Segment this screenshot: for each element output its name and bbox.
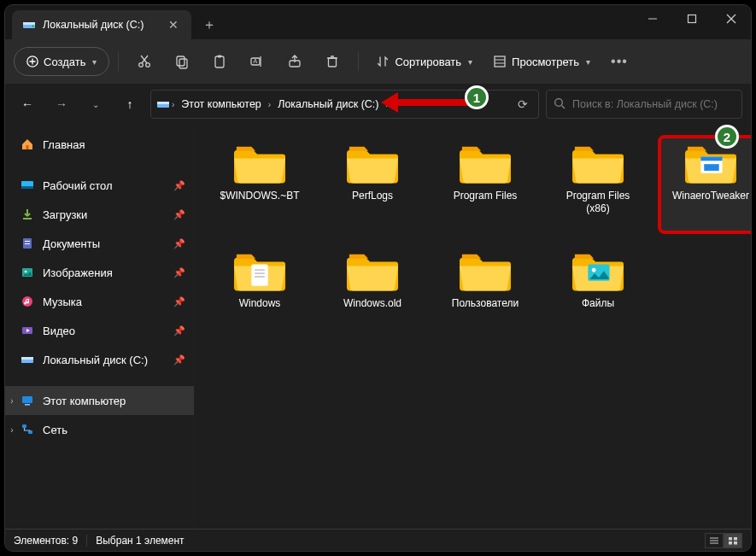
folder-item[interactable]: Windows.old xyxy=(321,244,424,340)
cut-button[interactable] xyxy=(127,47,161,76)
pin-icon: 📌 xyxy=(173,325,185,337)
folder-label: Windows.old xyxy=(343,297,401,310)
sidebar-item-label: Видео xyxy=(43,325,75,337)
folder-label: Program Files xyxy=(454,190,518,202)
sidebar-item-desktop[interactable]: Рабочий стол 📌 xyxy=(5,171,194,200)
breadcrumb-segment[interactable]: Локальный диск (C:) xyxy=(273,98,384,110)
breadcrumb-segment[interactable]: Этот компьютер xyxy=(176,98,266,110)
body: Главная Рабочий стол 📌 Загрузки 📌 Докуме… xyxy=(5,125,751,529)
sidebar-this-pc[interactable]: › Этот компьютер xyxy=(5,386,194,415)
svg-line-31 xyxy=(562,105,566,108)
music-icon xyxy=(21,295,34,308)
folder-icon xyxy=(571,142,624,184)
view-icons-button[interactable] xyxy=(724,533,742,548)
sidebar-item-drive-c[interactable]: Локальный диск (C:) 📌 xyxy=(5,345,194,374)
folder-item[interactable]: $WINDOWS.~BT xyxy=(208,137,311,232)
sidebar-network[interactable]: › Сеть xyxy=(5,415,194,444)
svg-rect-14 xyxy=(177,56,185,66)
drive-icon xyxy=(22,18,36,32)
status-count: Элементов: 9 xyxy=(14,535,78,547)
search-box[interactable] xyxy=(546,90,742,119)
pc-icon xyxy=(21,394,34,407)
forward-button[interactable]: → xyxy=(48,91,75,118)
folder-item[interactable]: Windows xyxy=(208,244,311,340)
view-icon xyxy=(493,55,507,68)
maximize-button[interactable] xyxy=(672,5,712,32)
annotation-badge-1: 1 xyxy=(465,85,489,109)
sort-button[interactable]: Сортировать ▾ xyxy=(367,47,481,76)
refresh-button[interactable]: ⟳ xyxy=(513,97,533,111)
folder-item[interactable]: PerfLogs xyxy=(321,137,424,232)
trash-icon xyxy=(325,54,340,69)
svg-rect-64 xyxy=(734,541,737,545)
rename-button[interactable]: A xyxy=(240,47,274,76)
more-button[interactable]: ••• xyxy=(602,47,636,76)
svg-rect-55 xyxy=(255,276,265,278)
delete-button[interactable] xyxy=(315,47,349,76)
content-area[interactable]: 2 $WINDOWS.~BT PerfLogs Program Files Pr… xyxy=(195,125,751,529)
new-tab-button[interactable]: ＋ xyxy=(195,10,224,39)
download-icon xyxy=(21,208,34,221)
sidebar-home[interactable]: Главная xyxy=(5,130,194,159)
folder-item[interactable]: Program Files xyxy=(434,137,536,232)
home-icon xyxy=(21,138,34,151)
folder-item[interactable]: Пользователи xyxy=(434,244,536,340)
back-button[interactable]: ← xyxy=(14,91,41,118)
expand-icon[interactable]: › xyxy=(7,396,17,406)
pin-icon: 📌 xyxy=(173,209,185,220)
titlebar: Локальный диск (C:) ✕ ＋ xyxy=(5,5,751,39)
sidebar-item-documents[interactable]: Документы 📌 xyxy=(5,229,194,258)
folder-item[interactable]: Program Files (x86) xyxy=(547,137,649,232)
sidebar-item-music[interactable]: Музыка 📌 xyxy=(5,287,194,316)
statusbar: Элементов: 9 Выбран 1 элемент xyxy=(5,529,751,551)
sidebar-item-videos[interactable]: Видео 📌 xyxy=(5,316,194,345)
expand-icon[interactable]: › xyxy=(7,425,17,435)
pictures-icon xyxy=(21,266,34,279)
folder-item[interactable]: WinaeroTweaker xyxy=(659,137,751,232)
svg-rect-15 xyxy=(179,59,187,68)
close-button[interactable] xyxy=(712,5,751,32)
share-button[interactable] xyxy=(278,47,312,76)
view-button[interactable]: Просмотреть ▾ xyxy=(484,47,599,76)
pin-icon: 📌 xyxy=(173,354,185,366)
sidebar: Главная Рабочий стол 📌 Загрузки 📌 Докуме… xyxy=(5,125,195,529)
search-input[interactable] xyxy=(572,98,735,110)
create-button[interactable]: Создать ▾ xyxy=(14,47,109,76)
svg-rect-47 xyxy=(22,424,26,428)
paste-icon xyxy=(212,54,227,69)
documents-icon xyxy=(21,237,34,250)
folder-label: WinaeroTweaker xyxy=(672,190,749,202)
svg-rect-63 xyxy=(729,541,732,545)
chevron-right-icon[interactable]: › xyxy=(172,100,174,109)
chevron-down-icon: ▾ xyxy=(92,57,97,67)
up-button[interactable]: ↑ xyxy=(116,91,144,118)
svg-rect-29 xyxy=(157,102,169,104)
svg-rect-16 xyxy=(215,56,224,67)
svg-point-57 xyxy=(592,268,596,272)
navbar: ← → ⌄ ↑ › Этот компьютер › Локальный дис… xyxy=(5,84,751,125)
tab-current[interactable]: Локальный диск (C:) ✕ xyxy=(12,10,191,39)
sidebar-item-downloads[interactable]: Загрузки 📌 xyxy=(5,200,194,229)
minimize-button[interactable] xyxy=(633,5,672,32)
rename-icon: A xyxy=(249,54,265,69)
chevron-right-icon[interactable]: › xyxy=(268,100,271,109)
sidebar-item-label: Музыка xyxy=(43,296,82,308)
sidebar-item-label: Главная xyxy=(43,138,85,151)
view-details-button[interactable] xyxy=(705,533,724,548)
svg-rect-32 xyxy=(26,145,29,149)
paste-button[interactable] xyxy=(202,47,237,76)
sidebar-item-label: Сеть xyxy=(43,424,67,436)
chevron-down-icon: ▾ xyxy=(468,57,472,67)
svg-rect-54 xyxy=(255,272,265,274)
sidebar-item-pictures[interactable]: Изображения 📌 xyxy=(5,258,194,287)
svg-rect-37 xyxy=(25,241,30,242)
copy-button[interactable] xyxy=(165,47,199,76)
tab-close-button[interactable]: ✕ xyxy=(166,18,181,32)
folder-item[interactable]: Файлы xyxy=(547,244,649,340)
recent-button[interactable]: ⌄ xyxy=(82,91,109,118)
svg-rect-38 xyxy=(25,243,30,244)
svg-rect-61 xyxy=(729,537,732,541)
svg-text:A: A xyxy=(254,58,258,64)
tab-title: Локальный диск (C:) xyxy=(43,19,159,31)
svg-rect-51 xyxy=(704,164,718,171)
